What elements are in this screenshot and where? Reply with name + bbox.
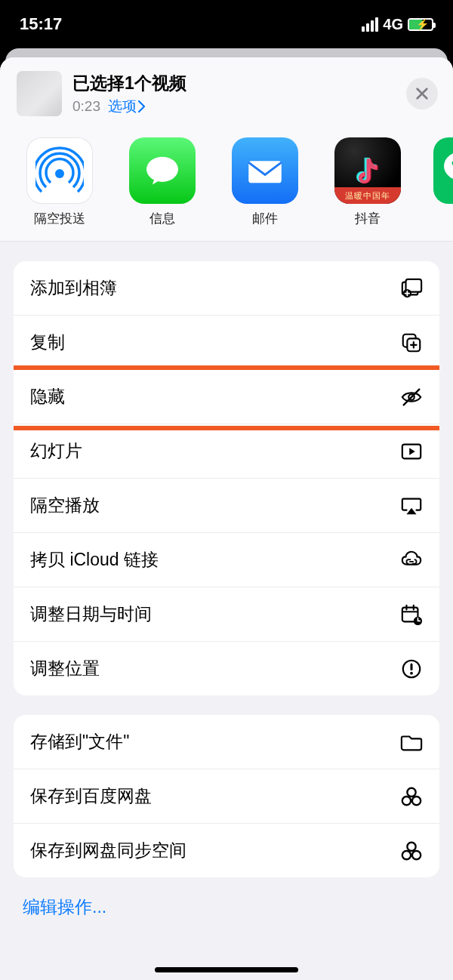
battery-icon: ⚡ [408,18,433,31]
action-save-to-baidu-sync[interactable]: 保存到网盘同步空间 [14,823,439,877]
svg-point-22 [402,797,411,805]
mail-icon [232,137,298,204]
close-button[interactable] [406,78,438,109]
action-save-to-baidu[interactable]: 保存到百度网盘 [14,769,439,823]
actions-group-1: 添加到相簿 复制 隐藏 幻灯片 隔空播放 [14,261,439,695]
adjust-date-icon [400,603,423,626]
action-airplay[interactable]: 隔空播放 [14,478,439,532]
hide-icon [400,386,423,408]
close-icon [415,87,429,100]
chevron-right-icon [138,100,146,112]
svg-line-11 [404,389,420,405]
share-app-messages[interactable]: 信息 [125,137,199,227]
signal-icon [362,17,378,32]
share-app-mail[interactable]: 邮件 [228,137,302,227]
messages-icon [129,137,196,204]
action-copy-icloud-link[interactable]: 拷贝 iCloud 链接 [14,532,439,587]
icloud-link-icon [400,549,423,572]
status-right: 4G ⚡ [362,16,433,33]
share-app-wechat[interactable] [433,137,453,227]
edit-actions-link[interactable]: 编辑操作... [0,877,453,937]
svg-point-0 [55,169,64,178]
share-header: 已选择1个视频 0:23 选项 [0,57,453,130]
adjust-location-icon [400,658,423,680]
add-to-album-icon [400,277,423,300]
status-time: 15:17 [20,14,62,34]
airplay-icon [400,495,423,517]
video-duration: 0:23 [72,98,100,115]
action-adjust-location[interactable]: 调整位置 [14,641,439,695]
airdrop-icon [26,137,93,204]
share-apps-row[interactable]: 隔空投送 信息 邮件 温暖中国年 抖音 [0,130,453,242]
selection-title: 已选择1个视频 [72,72,406,95]
svg-point-26 [412,851,421,859]
baidu-sync-icon [400,840,423,862]
svg-rect-19 [411,663,413,670]
svg-rect-2 [248,161,282,183]
svg-point-23 [412,797,421,805]
action-hide[interactable]: 隐藏 [14,369,439,424]
folder-icon [400,731,423,753]
wechat-icon [433,137,453,204]
home-indicator[interactable] [155,967,298,972]
options-link[interactable]: 选项 [108,97,146,116]
baidu-disk-icon [400,785,423,808]
svg-point-24 [407,842,415,850]
svg-point-25 [402,851,411,859]
slideshow-icon [400,440,423,463]
share-app-airdrop[interactable]: 隔空投送 [23,137,97,227]
action-slideshow[interactable]: 幻灯片 [14,424,439,478]
douyin-icon: 温暖中国年 [334,137,401,204]
action-save-to-files[interactable]: 存储到"文件" [14,715,439,769]
svg-point-3 [444,151,453,181]
share-sheet: 已选择1个视频 0:23 选项 隔空投送 信息 [0,57,453,980]
copy-icon [400,331,423,354]
share-app-douyin[interactable]: 温暖中国年 抖音 [331,137,405,227]
svg-point-1 [146,157,178,182]
svg-point-20 [410,671,413,674]
actions-group-2: 存储到"文件" 保存到百度网盘 保存到网盘同步空间 [14,715,439,877]
action-adjust-date[interactable]: 调整日期与时间 [14,587,439,641]
status-bar: 15:17 4G ⚡ [0,0,453,48]
action-add-to-album[interactable]: 添加到相簿 [14,261,439,315]
svg-point-21 [407,787,415,796]
video-thumbnail[interactable] [17,71,62,116]
network-label: 4G [383,16,403,33]
action-copy[interactable]: 复制 [14,315,439,369]
